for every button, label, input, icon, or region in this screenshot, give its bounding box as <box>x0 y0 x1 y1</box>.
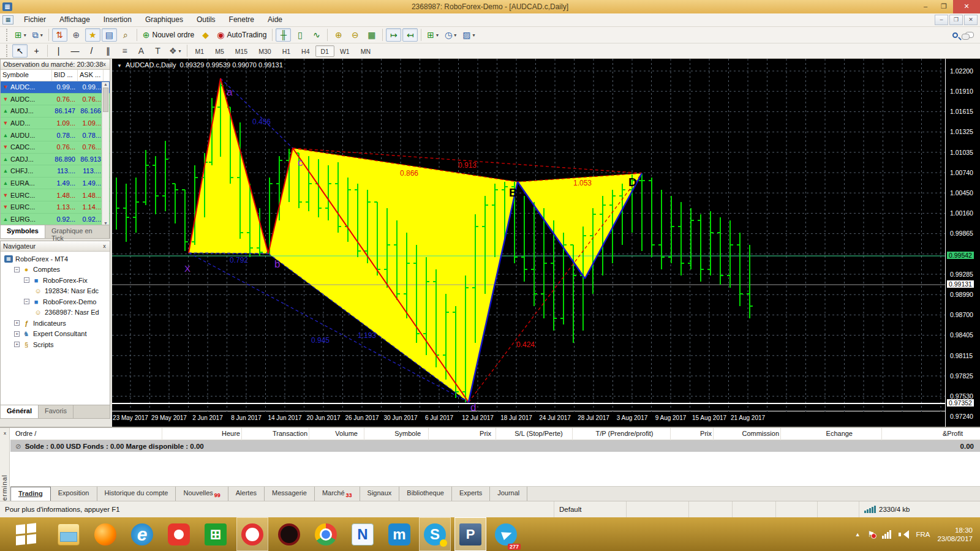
zoom-in-button[interactable]: ⊕ <box>331 28 346 42</box>
taskbar-ie[interactable]: e <box>126 517 158 551</box>
tab-symboles[interactable]: Symboles <box>1 225 45 238</box>
network-flag-icon[interactable]: ⚑ <box>868 530 875 539</box>
bar-chart-button[interactable]: ╫ <box>276 28 291 42</box>
terminal-column--profit[interactable]: &Profit <box>886 430 963 437</box>
mw-column-1[interactable]: BID ... <box>52 70 78 81</box>
taskbar-gom[interactable] <box>163 517 195 551</box>
terminal-tab-alertes[interactable]: Alertes <box>228 487 265 501</box>
terminal-tab-bibliotheque[interactable]: Bibliotheque <box>399 487 452 501</box>
timeframe-mn[interactable]: MN <box>355 45 376 57</box>
periods-button[interactable]: ◷▾ <box>442 28 459 42</box>
timeframe-m5[interactable]: M5 <box>209 45 230 57</box>
market-watch-close-icon[interactable]: x <box>100 61 108 69</box>
tab-favoris[interactable]: Favoris <box>39 405 74 418</box>
terminal-button[interactable]: ▤ <box>102 28 117 42</box>
tree-item-comptes[interactable]: −●Comptes <box>1 264 110 276</box>
trendline-button[interactable]: / <box>84 44 99 58</box>
market-watch-row[interactable]: ▲CADJ...86.89086.913 <box>1 154 110 166</box>
new-order-button[interactable]: ⊕Nouvel ordre <box>140 28 197 42</box>
terminal-tab-exposition[interactable]: Exposition <box>51 487 97 501</box>
autoscroll-button[interactable]: ↦ <box>386 28 401 42</box>
tray-expand-icon[interactable]: ▲ <box>855 531 861 538</box>
clock[interactable]: 18:3023/08/2017 <box>937 526 973 543</box>
speaker-icon[interactable] <box>899 530 908 539</box>
terminal-tab-journal[interactable]: Journal <box>490 487 527 501</box>
collapse-icon[interactable]: ▼ <box>117 63 122 69</box>
templates-button[interactable]: ▨▾ <box>460 28 477 42</box>
terminal-tab-signaux[interactable]: Signaux <box>360 487 400 501</box>
start-button[interactable] <box>5 517 48 551</box>
tree-item-2368987-nasr-ed[interactable]: ☺2368987: Nasr Ed <box>1 307 110 318</box>
terminal-tab-messagerie[interactable]: Messagerie <box>265 487 315 501</box>
taskbar-telegram[interactable]: 277 <box>490 517 522 551</box>
date-axis[interactable]: 23 May 201729 May 20172 Jun 20178 Jun 20… <box>112 412 945 427</box>
taskbar-maxthon[interactable]: m <box>383 517 415 551</box>
restore-button[interactable]: ❐ <box>935 0 953 13</box>
autotrading-button[interactable]: ◉AutoTrading <box>214 28 269 42</box>
candlestick-button[interactable]: ▯ <box>292 28 307 42</box>
indicators-button[interactable]: ⊞▾ <box>424 28 441 42</box>
tile-windows-button[interactable]: ▦ <box>364 28 379 42</box>
terminal-column-symbole[interactable]: Symbole <box>369 430 421 437</box>
tree-item-192834-nasr-edc[interactable]: ☺192834: Nasr Edc <box>1 286 110 297</box>
terminal-column-s-l-stop-perte-[interactable]: S/L (Stop/Perte) <box>500 430 577 437</box>
terminal-column-transaction[interactable]: Transaction <box>246 430 307 437</box>
tree-item-scripts[interactable]: +§Scripts <box>1 339 110 350</box>
tree-item-roboforex-mt4[interactable]: ▦RoboForex - MT4 <box>1 253 110 264</box>
chart-plot[interactable]: ▼AUDCAD.c,Daily 0.99329 0.99539 0.99070 … <box>112 59 945 411</box>
horizontal-line-button[interactable]: — <box>67 44 83 58</box>
new-chart-button[interactable]: ⊞▾ <box>12 28 29 42</box>
child-close-button[interactable]: ✕ <box>964 15 978 25</box>
minimize-button[interactable]: – <box>916 0 935 13</box>
collapse-icon[interactable]: − <box>24 277 29 283</box>
metaeditor-button[interactable]: ◆ <box>198 28 213 42</box>
text-button[interactable]: A <box>134 44 149 58</box>
tab-général[interactable]: Général <box>1 405 39 418</box>
timeframe-h1[interactable]: H1 <box>277 45 296 57</box>
terminal-column-prix[interactable]: Prix <box>675 430 712 437</box>
strategy-tester-button[interactable]: ⌕ <box>118 28 134 42</box>
chart-shift-button[interactable]: ↤ <box>402 28 418 42</box>
timeframe-d1[interactable]: D1 <box>315 45 334 57</box>
menu-outils[interactable]: Outils <box>190 13 222 26</box>
market-watch-row[interactable]: ▼AUDC...0.99...0.99... <box>1 81 110 94</box>
terminal-tab-trading[interactable]: Trading <box>10 487 51 501</box>
collapse-icon[interactable]: − <box>24 299 29 304</box>
menu-aide[interactable]: Aide <box>261 13 289 26</box>
vertical-line-button[interactable]: | <box>51 44 66 58</box>
terminal-close-icon[interactable]: x <box>1 429 9 437</box>
taskbar-store[interactable]: ⊞ <box>200 517 232 551</box>
expand-icon[interactable]: + <box>14 342 20 347</box>
mw-column-2[interactable]: ASK ... <box>78 70 104 81</box>
signal-bars-icon[interactable] <box>882 530 891 539</box>
taskbar-skype[interactable]: S <box>419 517 451 551</box>
data-window-button[interactable]: ⊕ <box>69 28 84 42</box>
child-restore-button[interactable]: ❐ <box>949 15 963 25</box>
navigator-button[interactable]: ★ <box>85 28 100 42</box>
timeframe-h4[interactable]: H4 <box>296 45 315 57</box>
timeframe-w1[interactable]: W1 <box>334 45 355 57</box>
taskbar-notepad[interactable]: N <box>347 517 379 551</box>
terminal-column-prix[interactable]: Prix <box>433 430 491 437</box>
crosshair-button[interactable]: + <box>29 44 44 58</box>
expand-icon[interactable]: + <box>14 320 20 326</box>
market-watch-button[interactable]: ⇅ <box>52 28 67 42</box>
market-watch-row[interactable]: ▲AUDU...0.78...0.78... <box>1 129 110 141</box>
search-icon[interactable] <box>952 32 958 38</box>
terminal-tab-nouvelles[interactable]: Nouvelles99 <box>176 487 228 501</box>
menu-affichage[interactable]: Affichage <box>53 13 97 26</box>
line-chart-button[interactable]: ∿ <box>309 28 324 42</box>
terminal-column-t-p-prendre-profit-[interactable]: T/P (Prendre/profit) <box>577 430 672 437</box>
zoom-out-button[interactable]: ⊖ <box>347 28 363 42</box>
fibonacci-button[interactable]: ≡ <box>117 44 132 58</box>
timeframe-m30[interactable]: M30 <box>253 45 276 57</box>
market-watch-row[interactable]: ▲EURA...1.49...1.49... <box>1 178 110 190</box>
taskbar-opera[interactable] <box>236 517 268 551</box>
tree-item-roboforex-demo[interactable]: −■RoboForex-Demo <box>1 296 110 307</box>
channel-button[interactable]: ∥ <box>100 44 116 58</box>
expand-icon[interactable]: + <box>14 331 20 337</box>
taskbar-app-dark[interactable] <box>273 517 305 551</box>
market-watch-row[interactable]: ▼AUD...1.09...1.09... <box>1 118 110 130</box>
child-minimize-button[interactable]: – <box>935 15 948 25</box>
close-button[interactable]: ✕ <box>953 0 980 13</box>
